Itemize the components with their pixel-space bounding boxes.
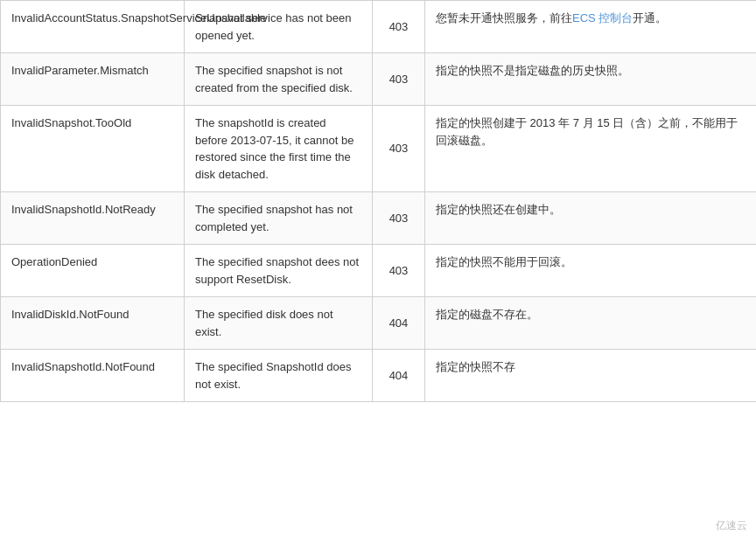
table-row: OperationDeniedThe specified snapshot de… — [1, 245, 757, 297]
table-row: InvalidAccountStatus.SnapshotServiceUnav… — [1, 1, 757, 53]
description-cell: 您暂未开通快照服务，前往ECS 控制台开通。 — [425, 1, 757, 53]
error-code-cell: InvalidSnapshotId.NotFound — [1, 350, 185, 402]
description-cell: 指定的磁盘不存在。 — [425, 297, 757, 350]
table-row: InvalidSnapshot.TooOldThe snapshotId is … — [1, 106, 757, 192]
description-cell: 指定的快照还在创建中。 — [425, 192, 757, 245]
error-code-cell: InvalidAccountStatus.SnapshotServiceUnav… — [1, 1, 185, 53]
http-code-cell: 403 — [373, 53, 425, 106]
error-code-cell: InvalidSnapshot.TooOld — [1, 106, 185, 192]
error-message-cell: The snapshotId is created before 2013-07… — [185, 106, 373, 192]
description-cell: 指定的快照不是指定磁盘的历史快照。 — [425, 53, 757, 106]
error-message-cell: The specified disk does not exist. — [185, 297, 373, 350]
error-message-cell: The specified snapshot dees not support … — [185, 245, 373, 297]
error-code-cell: InvalidDiskId.NotFound — [1, 297, 185, 350]
http-code-cell: 403 — [373, 192, 425, 245]
http-code-cell: 404 — [373, 297, 425, 350]
error-message-cell: The specified SnapshotId does not exist. — [185, 350, 373, 402]
description-cell: 指定的快照不能用于回滚。 — [425, 245, 757, 297]
error-code-cell: InvalidParameter.Mismatch — [1, 53, 185, 106]
error-code-cell: OperationDenied — [1, 245, 185, 297]
table-row: InvalidSnapshotId.NotFoundThe specified … — [1, 350, 757, 402]
error-message-cell: The specified snapshot is not created fr… — [185, 53, 373, 106]
error-message-cell: The specified snapshot has not completed… — [185, 192, 373, 245]
description-cell: 指定的快照不存 — [425, 350, 757, 402]
description-cell: 指定的快照创建于 2013 年 7 月 15 日（含）之前，不能用于回滚磁盘。 — [425, 106, 757, 192]
error-code-cell: InvalidSnapshotId.NotReady — [1, 192, 185, 245]
table-row: InvalidSnapshotId.NotReadyThe specified … — [1, 192, 757, 245]
table-row: InvalidDiskId.NotFoundThe specified disk… — [1, 297, 757, 350]
http-code-cell: 403 — [373, 245, 425, 297]
http-code-cell: 403 — [373, 106, 425, 192]
ecs-console-link[interactable]: ECS 控制台 — [572, 11, 633, 24]
error-message-cell: Snapshot service has not been opened yet… — [185, 1, 373, 53]
http-code-cell: 404 — [373, 350, 425, 402]
http-code-cell: 403 — [373, 1, 425, 53]
table-row: InvalidParameter.MismatchThe specified s… — [1, 53, 757, 106]
